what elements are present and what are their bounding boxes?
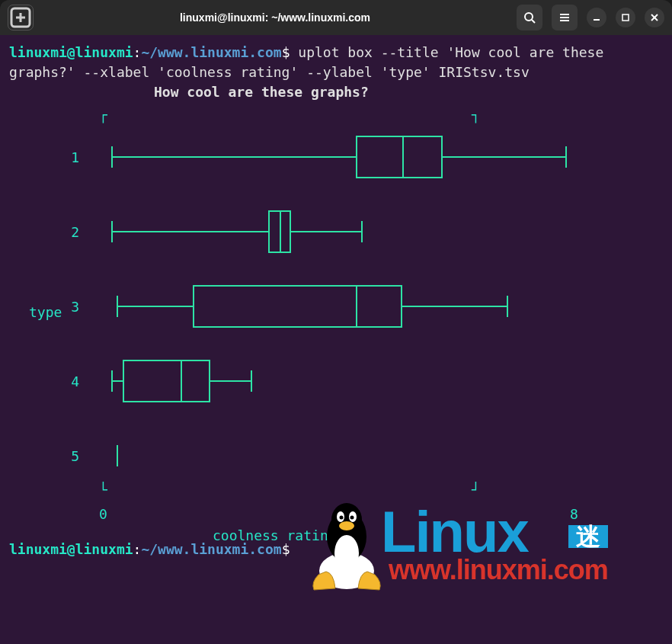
y-axis-label: type bbox=[29, 303, 62, 322]
titlebar-right bbox=[517, 5, 664, 30]
axis-bl-tick: └ bbox=[99, 480, 107, 500]
menu-button[interactable] bbox=[552, 5, 578, 30]
whisker-line bbox=[111, 380, 123, 382]
terminal-body[interactable]: linuxmi@linuxmi:~/www.linuxmi.com$ uplot… bbox=[0, 35, 672, 644]
svg-point-3 bbox=[525, 13, 533, 21]
new-tab-icon bbox=[8, 5, 33, 30]
y-tick-2: 2 bbox=[71, 223, 79, 242]
y-tick-5: 5 bbox=[71, 447, 79, 466]
prompt-path: ~/www.linuxmi.com bbox=[141, 44, 281, 60]
new-tab-button[interactable] bbox=[8, 5, 34, 30]
maximize-button[interactable] bbox=[616, 8, 635, 27]
axis-tr-tick: ┐ bbox=[472, 105, 480, 125]
y-tick-1: 1 bbox=[71, 148, 79, 168]
svg-line-4 bbox=[532, 20, 535, 23]
whisker-cap-r bbox=[507, 296, 508, 317]
search-button[interactable] bbox=[517, 5, 542, 30]
search-icon bbox=[523, 11, 536, 24]
close-button[interactable] bbox=[645, 8, 664, 27]
prompt-user: linuxmi@linuxmi bbox=[9, 541, 133, 557]
axis-tl-tick: ┌ bbox=[99, 105, 107, 125]
box bbox=[123, 360, 210, 402]
y-tick-4: 4 bbox=[71, 372, 79, 392]
close-icon bbox=[650, 13, 659, 22]
prompt-colon: : bbox=[133, 44, 142, 60]
box bbox=[193, 285, 402, 328]
whisker-line-r bbox=[210, 380, 251, 382]
x-tick-0: 0 bbox=[99, 505, 107, 524]
median bbox=[280, 210, 281, 253]
window-title: linuxmi@linuxmi: ~/www.linuxmi.com bbox=[34, 11, 517, 24]
minimize-button[interactable] bbox=[587, 8, 606, 27]
whisker-cap-r bbox=[565, 146, 567, 168]
whisker-line-r bbox=[443, 156, 565, 158]
command-line-1: linuxmi@linuxmi:~/www.linuxmi.com$ uplot… bbox=[9, 43, 663, 82]
whisker-line-r bbox=[291, 231, 361, 232]
chart-title: How cool are these graphs? bbox=[154, 82, 663, 102]
median bbox=[402, 136, 404, 178]
prompt-dollar: $ bbox=[282, 44, 290, 60]
axis-br-tick: ┘ bbox=[472, 480, 480, 500]
whisker-cap-r bbox=[361, 221, 363, 242]
prompt-colon: : bbox=[133, 541, 142, 557]
watermark-url: www.linuxmi.com bbox=[389, 560, 608, 580]
y-tick-3: 3 bbox=[71, 297, 79, 317]
box bbox=[356, 136, 443, 178]
svg-rect-9 bbox=[622, 14, 629, 21]
titlebar-left bbox=[8, 5, 34, 30]
whisker-line-r bbox=[402, 306, 507, 307]
x-tick-4: 4 bbox=[336, 505, 344, 524]
whisker-cap-r bbox=[251, 370, 252, 392]
median bbox=[181, 360, 182, 402]
maximize-icon bbox=[621, 13, 630, 22]
plot-region: ┌ ┐ └ ┘ 0 4 8 coolness rating bbox=[94, 108, 643, 535]
whisker-line bbox=[117, 306, 193, 307]
prompt-user: linuxmi@linuxmi bbox=[9, 44, 133, 60]
x-tick-8: 8 bbox=[570, 505, 578, 524]
median bbox=[356, 285, 357, 328]
x-axis-label: coolness rating bbox=[213, 526, 337, 546]
chart-area: type 1 2 3 4 5 ┌ ┐ └ ┘ 0 4 8 coolness ra… bbox=[9, 108, 663, 535]
whisker-line bbox=[111, 156, 356, 158]
whisker-line bbox=[111, 231, 268, 232]
single-line bbox=[117, 445, 118, 466]
title-bar: linuxmi@linuxmi: ~/www.linuxmi.com bbox=[0, 0, 672, 35]
minimize-icon bbox=[592, 13, 601, 22]
hamburger-icon bbox=[558, 11, 571, 24]
